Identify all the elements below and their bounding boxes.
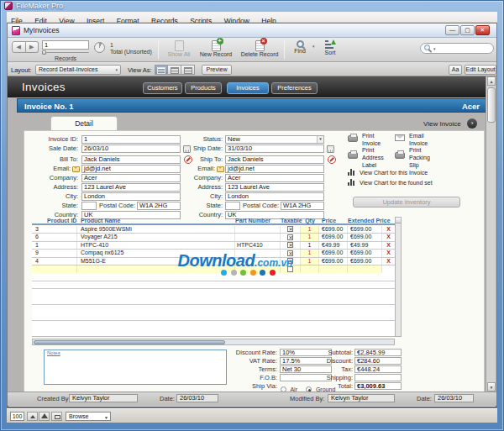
taxable-checkbox[interactable]: [287, 258, 293, 264]
delete-line-button[interactable]: X: [382, 250, 395, 257]
zoom-in-button[interactable]: [39, 412, 50, 421]
ship-send-email-icon[interactable]: [217, 166, 224, 172]
cell-product-name[interactable]: M551G-E: [77, 258, 235, 265]
cell-part-number[interactable]: [235, 226, 281, 234]
city-field[interactable]: London: [81, 192, 181, 201]
find-dropdown-caret-icon[interactable]: ▾: [312, 44, 315, 49]
cell-product-id[interactable]: 6: [32, 234, 77, 241]
email-field[interactable]: jd@jd.net: [81, 165, 181, 173]
portal-vertical-scrollbar[interactable]: [395, 217, 402, 337]
cell-product-name[interactable]: HTPC-410: [77, 242, 235, 250]
delete-record-button[interactable]: × Delete Record: [239, 40, 281, 57]
scroll-up-arrow-icon[interactable]: ▲: [487, 76, 496, 86]
ship-date-field[interactable]: 31/03/10: [225, 145, 324, 153]
window-vertical-scrollbar[interactable]: ▲ ▼: [486, 76, 496, 392]
cell-price[interactable]: €49.99: [319, 242, 348, 250]
formatting-bar-button[interactable]: Aa: [449, 65, 462, 75]
ship-city-field[interactable]: London: [225, 192, 324, 201]
found-set-pie-icon[interactable]: [94, 42, 105, 53]
taxable-checkbox[interactable]: [287, 234, 293, 240]
cell-part-number[interactable]: [235, 258, 281, 265]
cell-qty[interactable]: 1: [301, 250, 319, 257]
tab-customers[interactable]: Customers: [143, 82, 182, 94]
view-list-button[interactable]: [168, 65, 181, 75]
current-record-input[interactable]: 1: [42, 40, 89, 50]
notes-field[interactable]: Notes: [44, 350, 227, 385]
print-invoice-button[interactable]: Print Invoice: [362, 133, 389, 148]
taxable-checkbox[interactable]: [287, 266, 293, 272]
portal-scroll-up[interactable]: [396, 218, 401, 223]
cell-product-id[interactable]: 9: [32, 250, 77, 257]
cell-product-id[interactable]: [32, 265, 77, 273]
quick-find-input[interactable]: ▾: [420, 43, 494, 54]
minimize-button[interactable]: —: [445, 25, 459, 35]
cell-price[interactable]: [319, 265, 348, 273]
toggle-status-toolbar-button[interactable]: [51, 412, 62, 421]
zoom-level[interactable]: 100: [10, 412, 24, 421]
cell-part-number[interactable]: [235, 250, 281, 257]
cell-part-number[interactable]: [235, 234, 281, 241]
view-table-button[interactable]: [181, 65, 195, 75]
delete-line-button[interactable]: X: [382, 258, 395, 265]
scroll-down-arrow-icon[interactable]: ▼: [487, 382, 496, 392]
tab-products[interactable]: Products: [185, 82, 222, 94]
edit-layout-button[interactable]: Edit Layout: [465, 65, 496, 75]
tab-preferences[interactable]: Preferences: [271, 82, 318, 94]
view-invoice-button[interactable]: ›: [467, 118, 477, 129]
sort-button[interactable]: Sort: [319, 40, 341, 55]
cell-product-name[interactable]: Aspire 9500EWSMi: [77, 226, 235, 234]
taxable-checkbox[interactable]: [287, 242, 293, 248]
clear-ship-to-icon[interactable]: [328, 155, 336, 164]
tab-detail[interactable]: Detail: [50, 116, 118, 131]
tab-invoices[interactable]: Invoices: [227, 82, 269, 94]
bill-to-field[interactable]: Jack Daniels: [81, 155, 181, 164]
cell-price[interactable]: €699.00: [319, 250, 348, 257]
previous-record-button[interactable]: ◀: [12, 41, 26, 53]
shipping-field[interactable]: [354, 374, 402, 381]
record-slider-thumb[interactable]: [42, 50, 46, 55]
find-button[interactable]: Find: [289, 40, 311, 54]
view-chart-invoice-button[interactable]: View Chart for this Invoice: [360, 170, 469, 177]
cell-qty[interactable]: 1: [301, 258, 319, 265]
zoom-out-button[interactable]: [27, 412, 38, 421]
layout-dropdown[interactable]: Record Detail-Invoices ▾: [35, 65, 121, 75]
print-packing-slip-button[interactable]: Print Packing Slip: [409, 147, 438, 169]
record-slider[interactable]: [42, 51, 89, 54]
search-caret-icon[interactable]: ▾: [433, 46, 436, 51]
cell-qty[interactable]: 1: [301, 234, 319, 241]
view-invoice-label[interactable]: View Invoice: [423, 120, 461, 128]
scrollbar-thumb[interactable]: [487, 87, 496, 123]
cell-product-name[interactable]: Voyager A215: [77, 234, 235, 241]
mode-dropdown[interactable]: Browse ▼: [66, 412, 111, 421]
cell-price[interactable]: €699.00: [319, 226, 348, 234]
delete-line-button[interactable]: X: [382, 234, 395, 241]
company-field[interactable]: Acer: [81, 174, 181, 182]
new-record-button[interactable]: + New Record: [197, 40, 235, 57]
view-chart-found-set-button[interactable]: View Chart for the found set: [360, 180, 469, 187]
preview-button[interactable]: Preview: [202, 65, 232, 75]
portal-horizontal-scrollbar[interactable]: [32, 339, 395, 345]
delete-line-button[interactable]: X: [382, 226, 395, 234]
print-address-label-button[interactable]: Print Address Label: [362, 147, 391, 169]
invoice-id-field[interactable]: 1: [81, 135, 181, 144]
cell-product-id[interactable]: 1: [32, 242, 77, 250]
cell-price[interactable]: €699.00: [319, 234, 348, 241]
cell-price[interactable]: €699.00: [319, 258, 348, 265]
ship-postal-code-field[interactable]: W1A 2HG: [281, 202, 324, 210]
cell-product-name[interactable]: [77, 265, 235, 273]
state-field[interactable]: [81, 202, 97, 210]
ship-address-field[interactable]: 123 Laurel Ave: [225, 183, 324, 192]
taxable-checkbox[interactable]: [287, 250, 293, 256]
maximize-button[interactable]: ▢: [460, 25, 475, 35]
status-dropdown[interactable]: New ▼: [225, 135, 324, 144]
taxable-checkbox[interactable]: [287, 226, 293, 232]
next-record-button[interactable]: ▶: [26, 41, 39, 53]
sale-date-field[interactable]: 26/03/10: [81, 145, 181, 153]
cell-product-id[interactable]: 4: [32, 258, 77, 265]
cell-qty[interactable]: [301, 265, 319, 273]
ship-state-field[interactable]: [225, 202, 240, 210]
ship-to-field[interactable]: Jack Daniels: [225, 155, 324, 164]
ship-company-field[interactable]: Acer: [225, 174, 324, 182]
send-email-icon[interactable]: [72, 166, 80, 172]
address-field[interactable]: 123 Laurel Ave: [81, 183, 181, 192]
